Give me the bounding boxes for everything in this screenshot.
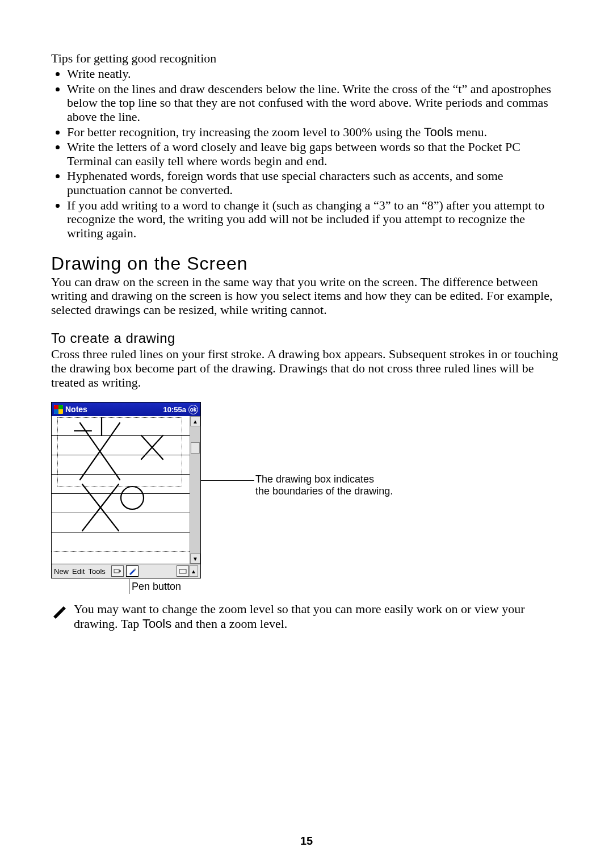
pen-button[interactable]	[126, 565, 138, 577]
callout-line1: The drawing box indicates	[255, 473, 393, 485]
tip-item: Write on the lines and draw descenders b…	[67, 82, 562, 124]
tip-note: You may want to change the zoom level so…	[51, 602, 562, 631]
page-number: 15	[0, 835, 613, 848]
device-screenshot: Notes 10:55a ok	[51, 402, 201, 578]
svg-point-0	[121, 487, 144, 509]
callout-line2: the boundaries of the drawing.	[255, 485, 393, 497]
keyboard-icon[interactable]	[177, 565, 189, 577]
subsection-body: Cross three ruled lines on your first st…	[51, 347, 562, 389]
tips-intro: Tips for getting good recognition	[51, 51, 562, 66]
figure: Notes 10:55a ok	[51, 402, 562, 578]
callout-leader	[201, 480, 254, 481]
tip-item: Write the letters of a word closely and …	[67, 140, 562, 168]
titlebar: Notes 10:55a ok	[52, 402, 200, 416]
scroll-up-button[interactable]: ▲	[190, 416, 200, 426]
menu-tools[interactable]: Tools	[88, 567, 105, 576]
sketch-strokes	[57, 417, 181, 542]
app-title: Notes	[65, 405, 87, 414]
section-heading: Drawing on the Screen	[51, 253, 562, 274]
tip-item-text: For better recognition, try increasing t…	[67, 125, 424, 139]
pen-leader	[129, 579, 129, 594]
subsection-heading: To create a drawing	[51, 330, 562, 346]
note-tools-word: Tools	[142, 617, 171, 631]
tip-item: Hyphenated words, foreign words that use…	[67, 169, 562, 197]
callout-drawing-box: The drawing box indicates the boundaries…	[255, 473, 393, 497]
note-text: You may want to change the zoom level so…	[74, 602, 562, 631]
note-part1: You may want to change the zoom level so…	[74, 602, 524, 630]
pen-note-icon	[51, 604, 66, 619]
menubar: New Edit Tools ▲	[52, 564, 200, 578]
ok-button[interactable]: ok	[188, 405, 198, 414]
svg-rect-3	[179, 569, 186, 573]
scroll-track[interactable]	[190, 426, 200, 553]
tools-word: Tools	[424, 125, 453, 139]
tip-item: If you add writing to a word to change i…	[67, 199, 562, 241]
scroll-thumb[interactable]	[191, 442, 200, 454]
section-body: You can draw on the screen in the same w…	[51, 275, 562, 317]
tip-item: For better recognition, try increasing t…	[67, 125, 562, 140]
recording-icon[interactable]	[111, 565, 124, 577]
menu-new[interactable]: New	[54, 567, 69, 576]
tip-item: Write neatly.	[67, 67, 562, 81]
writing-canvas[interactable]	[52, 416, 190, 564]
clock: 10:55a	[163, 405, 186, 414]
scrollbar[interactable]: ▲ ▼	[190, 416, 200, 564]
svg-rect-1	[114, 569, 119, 573]
scroll-down-button[interactable]: ▼	[190, 553, 200, 564]
note-part2: and then a zoom level.	[171, 617, 287, 631]
tips-list: Write neatly. Write on the lines and dra…	[51, 67, 562, 241]
svg-point-2	[119, 570, 121, 572]
menu-edit[interactable]: Edit	[72, 567, 85, 576]
start-icon	[54, 405, 63, 414]
callout-pen-button: Pen button	[132, 581, 562, 593]
tip-item-text: menu.	[453, 125, 487, 139]
sip-up-button[interactable]: ▲	[189, 565, 198, 577]
